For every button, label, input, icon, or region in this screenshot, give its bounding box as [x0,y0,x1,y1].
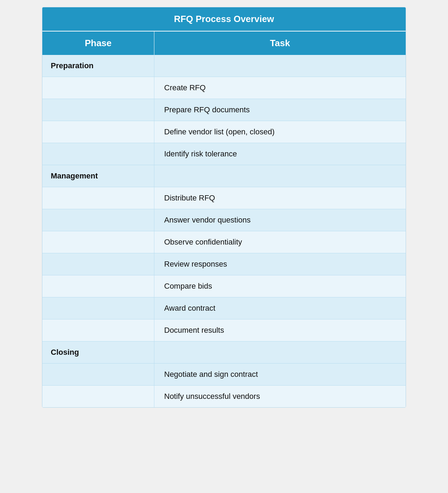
task-label: Negotiate and sign contract [154,364,406,385]
task-row: Document results [42,319,406,341]
task-phase-empty [42,386,154,407]
header-task: Task [154,31,406,55]
task-row: Prepare RFQ documents [42,99,406,121]
task-phase-empty [42,364,154,385]
task-row: Award contract [42,297,406,319]
task-phase-empty [42,253,154,275]
task-row: Create RFQ [42,77,406,99]
task-label: Compare bids [154,275,406,297]
task-label: Review responses [154,253,406,275]
task-label: Prepare RFQ documents [154,99,406,121]
task-label: Distribute RFQ [154,187,406,209]
header-phase: Phase [42,31,154,55]
task-row: Review responses [42,253,406,275]
table-title: RFQ Process Overview [42,7,406,31]
task-row: Compare bids [42,275,406,297]
task-phase-empty [42,99,154,121]
task-row: Define vendor list (open, closed) [42,121,406,143]
phase-label: Closing [42,341,154,363]
task-label: Document results [154,319,406,341]
task-phase-empty [42,121,154,143]
task-phase-empty [42,143,154,165]
phase-task-empty [154,341,406,363]
task-phase-empty [42,77,154,99]
task-label: Define vendor list (open, closed) [154,121,406,143]
task-row: Identify risk tolerance [42,143,406,165]
task-phase-empty [42,187,154,209]
task-label: Notify unsuccessful vendors [154,386,406,407]
phase-task-empty [154,165,406,187]
task-row: Negotiate and sign contract [42,364,406,386]
phase-label: Management [42,165,154,187]
phase-row: Management [42,165,406,187]
rfq-table: RFQ Process Overview Phase Task Preparat… [42,7,406,408]
task-phase-empty [42,209,154,231]
task-row: Distribute RFQ [42,187,406,209]
task-row: Notify unsuccessful vendors [42,386,406,407]
phase-row: Preparation [42,55,406,77]
task-label: Observe confidentiality [154,231,406,253]
task-phase-empty [42,275,154,297]
task-row: Answer vendor questions [42,209,406,231]
table-body: PreparationCreate RFQPrepare RFQ documen… [42,55,406,407]
phase-task-empty [154,55,406,77]
task-label: Identify risk tolerance [154,143,406,165]
task-label: Award contract [154,297,406,319]
task-row: Observe confidentiality [42,231,406,253]
table-header: Phase Task [42,31,406,55]
task-phase-empty [42,231,154,253]
phase-label: Preparation [42,55,154,77]
phase-row: Closing [42,341,406,364]
task-phase-empty [42,297,154,319]
task-label: Create RFQ [154,77,406,99]
task-label: Answer vendor questions [154,209,406,231]
task-phase-empty [42,319,154,341]
